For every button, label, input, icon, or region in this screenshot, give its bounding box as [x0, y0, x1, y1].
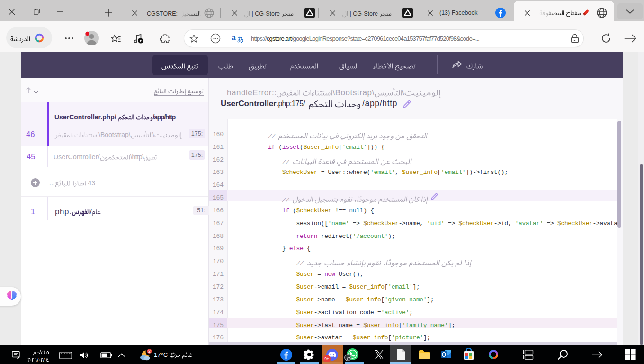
svg-text:9+: 9+	[324, 356, 329, 361]
svg-text:2: 2	[148, 349, 151, 354]
